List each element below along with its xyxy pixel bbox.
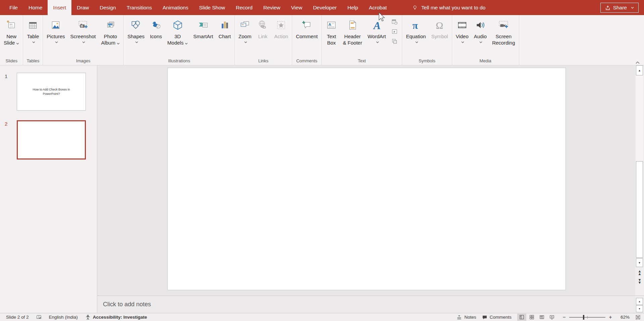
ribbon-group-label: Illustrations <box>124 58 234 63</box>
ribbon-button-screenshot[interactable]: Screenshot <box>68 17 99 44</box>
ribbon-button-zoom[interactable]: Zoom <box>236 17 254 44</box>
ribbon-button-text-box[interactable]: ATextBox <box>323 17 340 47</box>
scrollbar-track[interactable] <box>636 75 643 161</box>
scroll-up-button[interactable] <box>636 65 643 75</box>
ribbon-button-equation[interactable]: πEquation <box>403 17 428 44</box>
zoom-out-button[interactable] <box>562 314 566 320</box>
tab-record[interactable]: Record <box>230 0 258 15</box>
slide-thumbnail[interactable]: 2 <box>0 120 97 159</box>
zoom-slider[interactable] <box>569 317 605 318</box>
tab-draw[interactable]: Draw <box>71 0 94 15</box>
screenshot-icon <box>77 18 89 33</box>
slide-thumbnail-preview[interactable] <box>17 120 86 159</box>
tab-slide-show[interactable]: Slide Show <box>194 0 230 15</box>
ribbon-button-comment[interactable]: Comment <box>293 17 320 40</box>
ribbon-button-shapes[interactable]: Shapes <box>125 17 147 44</box>
ribbon-button-header-footer[interactable]: Header& Footer <box>340 17 365 47</box>
tab-view[interactable]: View <box>286 0 308 15</box>
chevron-down-icon <box>55 41 58 43</box>
audio-icon <box>475 18 486 33</box>
fit-to-window-icon <box>635 315 641 320</box>
ribbon-button-object[interactable] <box>391 38 398 45</box>
zoom-slider-handle[interactable] <box>583 315 584 320</box>
header-footer-icon <box>347 18 358 33</box>
tab-animations[interactable]: Animations <box>157 0 194 15</box>
object-icon <box>391 38 398 45</box>
ribbon-group-tables: TableTables <box>23 15 43 65</box>
chevron-up-icon <box>635 61 640 64</box>
slide-indicator: Slide 2 of 2 <box>6 315 29 320</box>
normal-view-button[interactable] <box>517 314 526 321</box>
slide-thumbnail-preview[interactable]: How to Add Check Boxes in PowerPoint? <box>17 73 86 111</box>
zoom-level-button[interactable]: 62% <box>618 315 630 320</box>
ribbon-group-media: VideoAudioScreenRecordingMedia <box>452 15 519 65</box>
ribbon-button-pictures[interactable]: Pictures <box>44 17 67 44</box>
scroll-down-button[interactable] <box>636 258 643 267</box>
reading-view-button[interactable] <box>537 314 546 321</box>
ribbon-button-date-time[interactable] <box>391 18 398 26</box>
status-right: Notes Comments <box>457 314 641 321</box>
reading-view-icon <box>539 315 544 320</box>
slide-thumbnail[interactable]: 1How to Add Check Boxes in PowerPoint? <box>0 73 97 111</box>
tab-insert[interactable]: Insert <box>48 0 71 15</box>
spellcheck-icon[interactable] <box>36 315 42 320</box>
chevron-down-icon <box>461 41 464 43</box>
zoom-in-button[interactable] <box>608 314 612 320</box>
slide-sorter-view-button[interactable] <box>527 314 536 321</box>
ribbon-button-symbol: ΩSymbol <box>429 17 451 40</box>
ribbon-button-icons[interactable]: Icons <box>147 17 165 40</box>
symbol-icon: Ω <box>434 18 445 33</box>
ribbon-button-screen-recording[interactable]: ScreenRecording <box>489 17 518 47</box>
scrollbar-thumb[interactable] <box>636 161 643 258</box>
notes-scroll-up-button[interactable] <box>636 298 643 305</box>
tab-home[interactable]: Home <box>23 0 48 15</box>
accessibility-status[interactable]: Accessibility: Investigate <box>85 315 147 320</box>
ribbon-button-new-slide[interactable]: NewSlide <box>1 17 22 47</box>
ribbon-button-video[interactable]: Video <box>453 17 471 44</box>
next-slide-button[interactable] <box>637 278 643 284</box>
action-icon <box>275 18 287 33</box>
ribbon-group-label: Comments <box>292 58 321 63</box>
ribbon-group-illustrations: ShapesIcons3DModelsSmartArtChartIllustra… <box>124 15 235 65</box>
accessibility-label: Accessibility: Investigate <box>93 315 147 320</box>
svg-text:#: # <box>393 30 395 34</box>
shapes-icon <box>130 18 142 33</box>
ribbon-button-link: Link <box>254 17 271 40</box>
notes-pane[interactable]: Click to add notes <box>97 296 635 313</box>
ribbon-button-chart[interactable]: Chart <box>216 17 233 40</box>
notes-scroll-down-button[interactable] <box>636 305 643 312</box>
ribbon-button-audio[interactable]: Audio <box>471 17 489 44</box>
ribbon-button-slide-number[interactable]: # <box>391 28 398 36</box>
language-indicator[interactable]: English (India) <box>49 315 78 320</box>
tab-transitions[interactable]: Transitions <box>121 0 157 15</box>
chevron-down-icon <box>631 7 634 9</box>
share-label: Share <box>613 5 627 11</box>
slide-canvas[interactable] <box>167 68 566 290</box>
tab-file[interactable]: File <box>4 0 23 15</box>
share-button[interactable]: Share <box>600 3 639 13</box>
notes-toggle-button[interactable]: Notes <box>457 315 476 320</box>
tab-design[interactable]: Design <box>94 0 121 15</box>
ribbon-button-3d-models[interactable]: 3DModels <box>165 17 191 47</box>
ribbon-button-smartart[interactable]: SmartArt <box>191 17 216 40</box>
ribbon-group-links: ZoomLinkActionLinks <box>235 15 292 65</box>
tab-review[interactable]: Review <box>258 0 286 15</box>
tab-acrobat[interactable]: Acrobat <box>364 0 392 15</box>
svg-text:A: A <box>328 22 331 26</box>
comments-toggle-button[interactable]: Comments <box>482 315 512 320</box>
chevron-down-icon <box>376 41 379 43</box>
tab-help[interactable]: Help <box>342 0 364 15</box>
ribbon-button-table[interactable]: Table <box>24 17 42 44</box>
slideshow-view-button[interactable] <box>547 314 556 321</box>
previous-slide-button[interactable] <box>637 270 643 275</box>
tell-me-box[interactable]: Tell me what you want to do <box>412 0 485 15</box>
3d-models-icon <box>172 18 183 33</box>
accessibility-icon <box>85 315 91 320</box>
tab-developer[interactable]: Developer <box>308 0 342 15</box>
comment-icon <box>301 18 313 33</box>
ribbon-button-wordart[interactable]: AWordArt <box>365 17 389 44</box>
fit-slide-to-window-button[interactable] <box>635 315 641 320</box>
collapse-ribbon-button[interactable] <box>635 60 640 63</box>
ribbon-button-photo-album[interactable]: PhotoAlbum <box>98 17 122 47</box>
link-icon <box>257 18 268 33</box>
